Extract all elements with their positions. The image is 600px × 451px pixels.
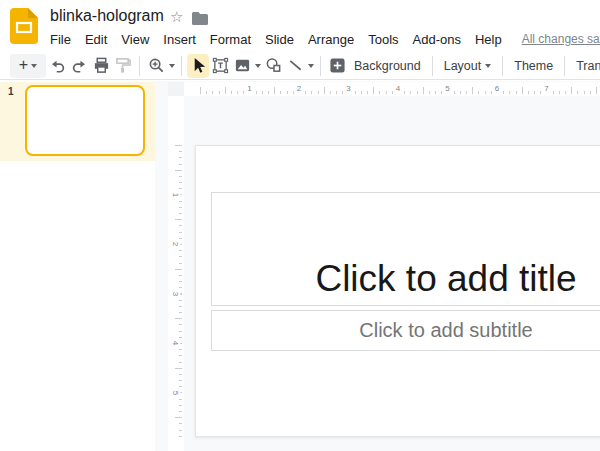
menu-bar: File Edit View Insert Format Slide Arran… [50, 29, 600, 49]
subtitle-placeholder[interactable]: Click to add subtitle [211, 310, 600, 351]
menu-arrange[interactable]: Arrange [308, 32, 354, 47]
image-icon [234, 57, 251, 74]
line-icon [287, 57, 304, 74]
slide-editor[interactable]: Click to add title Click to add subtitle [195, 145, 600, 437]
redo-icon [71, 57, 88, 74]
toolbar: + [0, 52, 600, 80]
paint-format-icon [115, 57, 132, 74]
undo-icon [49, 57, 66, 74]
layout-button[interactable]: Layout [438, 54, 498, 78]
text-box-button[interactable] [209, 54, 231, 78]
insert-image-button[interactable] [231, 54, 253, 78]
google-slides-app: blinka-hologram ☆ File Edit View Insert … [0, 0, 600, 451]
select-tool-button[interactable] [187, 54, 209, 78]
v-ruler-label: 5 [170, 388, 180, 396]
layout-button-label: Layout [444, 59, 482, 73]
h-ruler-label: 1 [245, 83, 253, 94]
move-folder-icon[interactable] [192, 12, 208, 25]
transition-button[interactable]: Transition [570, 54, 600, 78]
menu-insert[interactable]: Insert [163, 32, 196, 47]
insert-shape-button[interactable] [262, 54, 284, 78]
title-placeholder[interactable]: Click to add title [211, 192, 600, 306]
toolbar-divider [181, 56, 182, 76]
h-ruler-label: 3 [344, 83, 352, 94]
h-ruler-label: 5 [443, 83, 451, 94]
title-placeholder-text: Click to add title [212, 259, 600, 300]
chevron-down-icon [169, 64, 175, 68]
slide-1-thumbnail[interactable] [25, 85, 145, 156]
menu-view[interactable]: View [121, 32, 149, 47]
document-title[interactable]: blinka-hologram [50, 7, 164, 25]
text-box-icon [212, 57, 229, 74]
slide-number: 1 [8, 86, 14, 97]
image-dropdown[interactable] [253, 54, 262, 78]
undo-button[interactable] [46, 54, 68, 78]
menu-add-ons[interactable]: Add-ons [413, 32, 461, 47]
transition-button-label: Transition [576, 59, 600, 73]
chevron-down-icon [308, 64, 314, 68]
main-area: 1 1 2 3 4 5 6 7 1 2 3 [0, 81, 600, 451]
zoom-icon [148, 57, 165, 74]
v-ruler-label: 3 [170, 289, 180, 297]
background-button[interactable]: Background [348, 54, 427, 78]
slide-filmstrip: 1 [0, 81, 155, 451]
star-icon[interactable]: ☆ [170, 9, 183, 24]
chevron-down-icon [31, 64, 37, 68]
chevron-down-icon [255, 64, 261, 68]
paint-format-button[interactable] [112, 54, 134, 78]
toolbar-divider [432, 56, 433, 76]
menu-slide[interactable]: Slide [265, 32, 294, 47]
subtitle-placeholder-text: Click to add subtitle [359, 319, 532, 342]
line-dropdown[interactable] [306, 54, 315, 78]
h-ruler-label: 6 [493, 83, 501, 94]
header: blinka-hologram ☆ File Edit View Insert … [0, 0, 600, 52]
menu-file[interactable]: File [50, 32, 71, 47]
insert-line-button[interactable] [284, 54, 306, 78]
theme-button-label: Theme [514, 59, 553, 73]
shape-icon [265, 57, 282, 74]
redo-button[interactable] [68, 54, 90, 78]
v-ruler-label: 4 [170, 339, 180, 347]
save-status-link[interactable]: All changes saved in Drive [522, 32, 600, 46]
toolbar-divider [139, 56, 140, 76]
toolbar-divider [320, 56, 321, 76]
h-ruler-label: 4 [394, 83, 402, 94]
toolbar-divider [564, 56, 565, 76]
horizontal-ruler: 1 2 3 4 5 6 7 [184, 82, 600, 96]
select-cursor-icon [190, 57, 207, 74]
h-ruler-label: 2 [295, 83, 303, 94]
theme-button[interactable]: Theme [508, 54, 559, 78]
zoom-button[interactable] [145, 54, 167, 78]
v-ruler-label: 2 [170, 240, 180, 248]
v-ruler-label: 1 [170, 190, 180, 198]
print-button[interactable] [90, 54, 112, 78]
h-ruler-label: 7 [542, 83, 550, 94]
vertical-ruler: 1 2 3 4 5 [168, 96, 184, 451]
menu-format[interactable]: Format [210, 32, 251, 47]
new-slide-button[interactable]: + [10, 54, 46, 78]
zoom-dropdown[interactable] [167, 54, 176, 78]
menu-help[interactable]: Help [475, 32, 502, 47]
canvas-area: 1 2 3 4 5 6 7 1 2 3 4 5 Click to add tit… [155, 81, 600, 451]
add-comment-icon [329, 57, 346, 74]
google-slides-logo-icon[interactable] [10, 8, 38, 44]
filmstrip-slide-1[interactable]: 1 [0, 82, 155, 161]
print-icon [93, 57, 110, 74]
background-button-label: Background [354, 59, 421, 73]
menu-tools[interactable]: Tools [368, 32, 398, 47]
chevron-down-icon [485, 64, 491, 68]
add-comment-button[interactable] [326, 54, 348, 78]
menu-edit[interactable]: Edit [85, 32, 107, 47]
plus-icon: + [19, 57, 28, 73]
ruler-corner [168, 82, 184, 96]
toolbar-divider [502, 56, 503, 76]
